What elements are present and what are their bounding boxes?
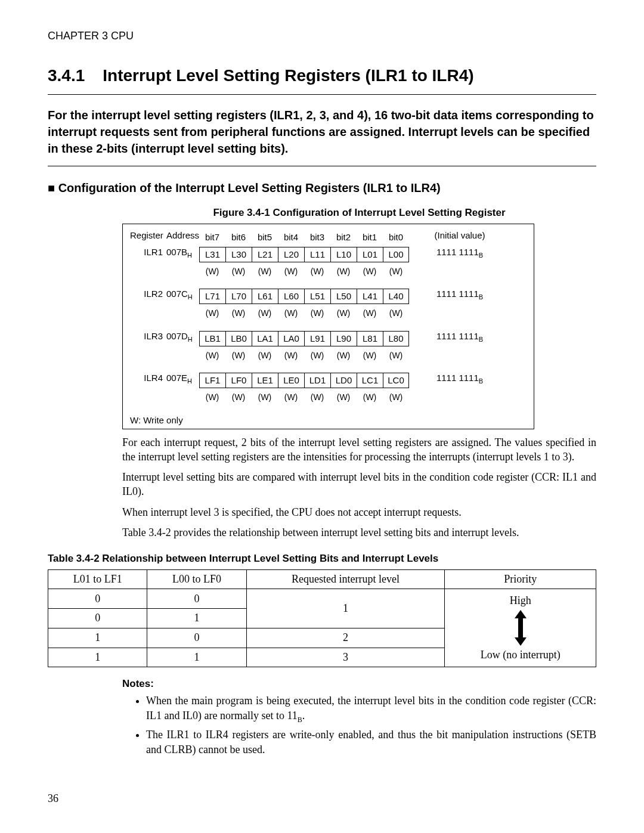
bit-access: (W) (304, 391, 330, 404)
note-text: The ILR1 to ILR4 registers are write-onl… (146, 729, 596, 755)
body-paragraph: Table 3.4-2 provides the relationship be… (122, 525, 596, 540)
reg-address: 007DH (166, 331, 199, 343)
bit-access: (W) (383, 306, 409, 320)
bit-access: (W) (225, 306, 252, 320)
bit-head: bit3 (304, 230, 330, 244)
bit-label: L50 (330, 289, 357, 304)
cell-level-3: 3 (246, 648, 445, 667)
bit-access: (W) (357, 349, 383, 362)
intro-paragraph: For the interrupt level setting register… (48, 107, 596, 157)
bit-label: L20 (278, 247, 304, 262)
bit-label: L10 (330, 247, 357, 262)
bit-access: (W) (383, 265, 409, 278)
bit-label: L91 (304, 331, 330, 346)
bit-access: (W) (330, 391, 357, 404)
bit-head: bit5 (252, 230, 278, 244)
reg-row: ILR1007BHL31L30L21L20L11L10L01L001111 11… (130, 247, 527, 262)
divider (48, 166, 596, 166)
bit-access: (W) (330, 349, 357, 362)
cell: 1 (48, 648, 147, 667)
th-l00-lf0: L00 to LF0 (147, 570, 246, 589)
table-caption: Table 3.4-2 Relationship between Interru… (48, 553, 596, 565)
bit-label: LE0 (278, 373, 304, 388)
bit-label: L70 (225, 289, 252, 304)
bit-access: (W) (199, 306, 225, 320)
svg-marker-0 (515, 610, 527, 646)
note-post: . (302, 710, 305, 721)
bit-access: (W) (278, 265, 304, 278)
reg-row: ILR2007CHL71L70L61L60L51L50L41L401111 11… (130, 289, 527, 304)
note-text: When the main program is being executed,… (146, 695, 596, 721)
bit-access: (W) (252, 349, 278, 362)
bit-label: LF1 (199, 373, 225, 388)
reg-name: ILR3 (130, 331, 166, 341)
bit-label: L90 (330, 331, 357, 346)
th-l01-lf1: L01 to LF1 (48, 570, 147, 589)
bit-access: (W) (225, 349, 252, 362)
note-item: The ILR1 to ILR4 registers are write-onl… (146, 727, 596, 757)
cell-level-2: 2 (246, 628, 445, 648)
bit-label: L80 (383, 331, 409, 346)
regbox-footnote: W: Write only (130, 415, 527, 425)
notes-heading: Notes: (122, 678, 596, 690)
bit-label: LF0 (225, 373, 252, 388)
reg-w-row: (W)(W)(W)(W)(W)(W)(W)(W) (130, 265, 527, 278)
bit-head: bit7 (199, 230, 225, 244)
cell: 0 (147, 628, 246, 648)
bit-label: LD0 (330, 373, 357, 388)
cell: 0 (48, 589, 147, 609)
th-req-level: Requested interrupt level (246, 570, 445, 589)
cell: 0 (48, 609, 147, 628)
bit-label: LD1 (304, 373, 330, 388)
figure-caption: Figure 3.4-1 Configuration of Interrupt … (122, 207, 596, 219)
reg-address: 007BH (166, 247, 199, 259)
section-heading: Interrupt Level Setting Registers (ILR1 … (103, 66, 473, 85)
reg-initial-value: 1111 1111B (427, 289, 493, 301)
reg-name: ILR2 (130, 289, 166, 299)
th-priority: Priority (445, 570, 596, 589)
body-paragraph: Interrupt level setting bits are compare… (122, 470, 596, 499)
cell: 1 (48, 628, 147, 648)
bit-label: LB0 (225, 331, 252, 346)
bit-head: bit6 (225, 230, 252, 244)
bit-access: (W) (199, 391, 225, 404)
col-initial: (Initial value) (427, 230, 493, 240)
reg-w-row: (W)(W)(W)(W)(W)(W)(W)(W) (130, 391, 527, 404)
reg-initial-value: 1111 1111B (427, 247, 493, 259)
notes-list: When the main program is being executed,… (146, 693, 596, 757)
bit-label: L21 (252, 247, 278, 262)
bit-access: (W) (225, 265, 252, 278)
config-subheading: ■ Configuration of the Interrupt Level S… (48, 181, 596, 195)
bit-access: (W) (357, 391, 383, 404)
bit-head: bit2 (330, 230, 357, 244)
bit-label: LB1 (199, 331, 225, 346)
priority-low: Low (no interrupt) (481, 649, 561, 661)
col-register: Register (130, 230, 166, 240)
bit-label: L01 (357, 247, 383, 262)
reg-initial-value: 1111 1111B (427, 331, 493, 343)
reg-address: 007CH (166, 289, 199, 301)
table-header-row: L01 to LF1 L00 to LF0 Requested interrup… (48, 570, 596, 589)
bit-access: (W) (278, 349, 304, 362)
bit-access: (W) (330, 265, 357, 278)
bit-access: (W) (304, 265, 330, 278)
bit-label: L31 (199, 247, 225, 262)
col-address: Address (166, 230, 199, 240)
chapter-header: CHAPTER 3 CPU (48, 30, 596, 42)
bit-access: (W) (199, 349, 225, 362)
cell-priority: High Low (no interrupt) (445, 589, 596, 667)
section-title: 3.4.1 Interrupt Level Setting Registers … (48, 66, 596, 85)
body-paragraph: When interrupt level 3 is specified, the… (122, 505, 596, 519)
bit-access: (W) (357, 265, 383, 278)
register-diagram: Register Address bit7 bit6 bit5 bit4 bit… (122, 224, 534, 429)
bit-access: (W) (357, 306, 383, 320)
bit-label: L60 (278, 289, 304, 304)
bit-label: LC0 (383, 373, 409, 388)
note-item: When the main program is being executed,… (146, 693, 596, 724)
bit-label: L00 (383, 247, 409, 262)
reg-name: ILR1 (130, 247, 166, 257)
note-sub: B (298, 715, 302, 723)
bit-label: L11 (304, 247, 330, 262)
reg-header-row: Register Address bit7 bit6 bit5 bit4 bit… (130, 230, 527, 244)
bit-access: (W) (304, 306, 330, 320)
